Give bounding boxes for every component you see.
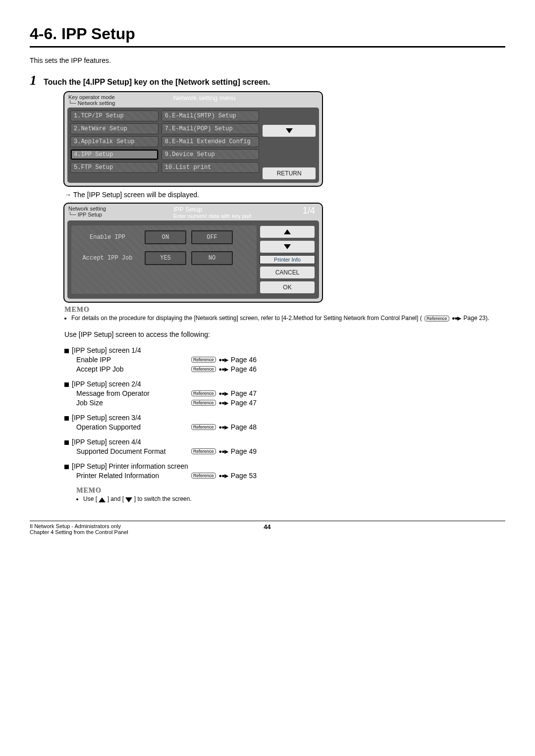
reference-badge: Reference bbox=[191, 424, 216, 430]
square-bullet-icon bbox=[64, 382, 69, 387]
accept-ipp-job-row: Accept IPP Job YES NO bbox=[75, 251, 253, 265]
menu-email-extended-config[interactable]: 8.E-Mail Extended Config bbox=[161, 136, 260, 147]
section-title: 4-6. IPP Setup bbox=[30, 25, 505, 43]
accept-ipp-job-label: Accept IPP Job bbox=[75, 255, 140, 262]
breadcrumb-line2: └─ IPP Setup bbox=[68, 212, 173, 217]
scroll-down-button[interactable] bbox=[260, 240, 315, 253]
screen-subtitle: Enter numeric data with key pad bbox=[173, 213, 280, 219]
page-ref: Page 48 bbox=[231, 423, 257, 431]
page-ref: Page 46 bbox=[231, 356, 257, 364]
memo-text-part2: Page 23). bbox=[464, 315, 489, 322]
sub-label: Accept IPP Job bbox=[76, 365, 190, 373]
item-head: [IPP Setup] screen 1/4 bbox=[72, 346, 141, 354]
square-bullet-icon bbox=[64, 349, 69, 353]
scroll-down-button[interactable] bbox=[262, 124, 316, 137]
memo-heading: MEMO bbox=[76, 486, 505, 494]
ok-button[interactable]: OK bbox=[260, 281, 315, 294]
memo2-text-c: ] to switch the screen. bbox=[134, 495, 192, 502]
memo-text-part1: For details on the procedure for display… bbox=[71, 315, 422, 322]
page-ref: Page 47 bbox=[231, 399, 257, 407]
page-footer: II Network Setup - Administrators only C… bbox=[30, 523, 505, 535]
list-item: [IPP Setup] screen 1/4 Enable IPP Refere… bbox=[64, 346, 505, 373]
breadcrumb-line1: Network setting bbox=[68, 206, 173, 212]
list-item: [IPP Setup] Printer information screen P… bbox=[64, 462, 505, 480]
hand-pointer-icon: ●●▶ bbox=[219, 400, 228, 406]
down-arrow-icon bbox=[284, 244, 291, 249]
sub-label: Supported Document Format bbox=[76, 447, 190, 455]
breadcrumb-line1: Key operator mode bbox=[68, 94, 173, 100]
accept-ipp-job-no[interactable]: NO bbox=[191, 251, 233, 265]
page-ref: Page 53 bbox=[231, 472, 257, 480]
item-head: [IPP Setup] screen 3/4 bbox=[72, 414, 141, 422]
scroll-up-button[interactable] bbox=[260, 225, 315, 238]
menu-netware-setup[interactable]: 2.NetWare Setup bbox=[70, 123, 159, 134]
list-item: [IPP Setup] screen 4/4 Supported Documen… bbox=[64, 438, 505, 455]
arrow-icon: → bbox=[64, 191, 71, 199]
step-number: 1 bbox=[30, 73, 37, 87]
hand-pointer-icon: ●●▶ bbox=[219, 473, 228, 479]
hand-pointer-icon: ●●▶ bbox=[219, 366, 228, 373]
footer-left-2: Chapter 4 Setting from the Control Panel bbox=[30, 529, 128, 535]
result-line: → The [IPP Setup] screen will be display… bbox=[64, 191, 505, 199]
enable-ipp-on[interactable]: ON bbox=[145, 230, 186, 244]
printer-info-button[interactable]: Printer Info bbox=[260, 255, 315, 264]
up-arrow-icon bbox=[99, 497, 106, 502]
page-ref: Page 46 bbox=[231, 365, 257, 373]
page-ref: Page 47 bbox=[231, 389, 257, 397]
sub-label: Operation Supported bbox=[76, 423, 190, 431]
screen-title: Network setting menu bbox=[173, 94, 318, 106]
menu-ftp-setup[interactable]: 5.FTP Setup bbox=[70, 162, 159, 173]
step-instruction: Touch the [4.IPP Setup] key on the [Netw… bbox=[44, 78, 270, 87]
cancel-button[interactable]: CANCEL bbox=[260, 266, 315, 279]
square-bullet-icon bbox=[64, 440, 69, 445]
reference-badge: Reference bbox=[191, 473, 216, 479]
result-text: The [IPP Setup] screen will be displayed… bbox=[73, 191, 199, 199]
list-item: [IPP Setup] screen 3/4 Operation Support… bbox=[64, 414, 505, 431]
hand-pointer-icon: ●●▶ bbox=[219, 357, 228, 363]
memo-body: For details on the procedure for display… bbox=[64, 315, 505, 322]
hand-pointer-icon: ●●▶ bbox=[452, 315, 461, 321]
ipp-setup-screen: Network setting └─ IPP Setup IPP Setup E… bbox=[63, 203, 323, 303]
menu-tcpip-setup[interactable]: 1.TCP/IP Setup bbox=[70, 110, 159, 121]
screen-title: IPP Setup bbox=[173, 206, 280, 213]
up-arrow-icon bbox=[284, 229, 291, 234]
footer-left-1: II Network Setup - Administrators only bbox=[30, 523, 128, 529]
enable-ipp-off[interactable]: OFF bbox=[191, 230, 233, 244]
reference-badge: Reference bbox=[191, 448, 216, 454]
menu-email-smtp-setup[interactable]: 6.E-Mail(SMTP) Setup bbox=[161, 110, 260, 121]
page-ref: Page 49 bbox=[231, 447, 257, 455]
memo2-text-b: ] and [ bbox=[107, 495, 124, 502]
menu-email-pop-setup[interactable]: 7.E-Mail(POP) Setup bbox=[161, 123, 260, 134]
reference-badge: Reference bbox=[191, 366, 216, 372]
reference-badge: Reference bbox=[425, 316, 449, 322]
memo-body: Use [ ] and [ ] to switch the screen. bbox=[76, 495, 505, 503]
page-indicator: 1/4 bbox=[280, 206, 318, 219]
network-setting-menu-screen: Key operator mode └─ Network setting Net… bbox=[63, 91, 323, 187]
square-bullet-icon bbox=[64, 416, 69, 421]
enable-ipp-row: Enable IPP ON OFF bbox=[75, 230, 253, 244]
memo2-text-a: Use [ bbox=[83, 495, 97, 502]
use-text: Use [IPP Setup] screen to access the fol… bbox=[64, 330, 505, 338]
sub-label: Printer Related Information bbox=[76, 472, 190, 480]
return-button[interactable]: RETURN bbox=[262, 167, 316, 180]
menu-appletalk-setup[interactable]: 3.AppleTalk Setup bbox=[70, 136, 159, 147]
hand-pointer-icon: ●●▶ bbox=[219, 448, 228, 455]
menu-list-print[interactable]: 10.List print bbox=[161, 162, 260, 173]
list-item: [IPP Setup] screen 2/4 Message from Oper… bbox=[64, 380, 505, 407]
enable-ipp-label: Enable IPP bbox=[75, 234, 140, 241]
page-number: 44 bbox=[264, 523, 270, 535]
sub-label: Message from Operator bbox=[76, 389, 190, 397]
title-rule bbox=[30, 46, 505, 48]
reference-badge: Reference bbox=[191, 390, 216, 396]
down-arrow-icon bbox=[286, 128, 293, 133]
menu-ipp-setup[interactable]: 4.IPP Setup bbox=[70, 149, 159, 160]
reference-badge: Reference bbox=[191, 400, 216, 406]
menu-device-setup[interactable]: 9.Device Setup bbox=[161, 149, 260, 160]
accept-ipp-job-yes[interactable]: YES bbox=[145, 251, 186, 265]
sub-label: Enable IPP bbox=[76, 356, 190, 364]
reference-badge: Reference bbox=[191, 357, 216, 363]
intro-text: This sets the IPP features. bbox=[30, 56, 505, 64]
memo-heading: MEMO bbox=[64, 306, 505, 314]
step-1: 1 Touch the [4.IPP Setup] key on the [Ne… bbox=[30, 73, 505, 87]
item-head: [IPP Setup] screen 4/4 bbox=[72, 438, 141, 446]
